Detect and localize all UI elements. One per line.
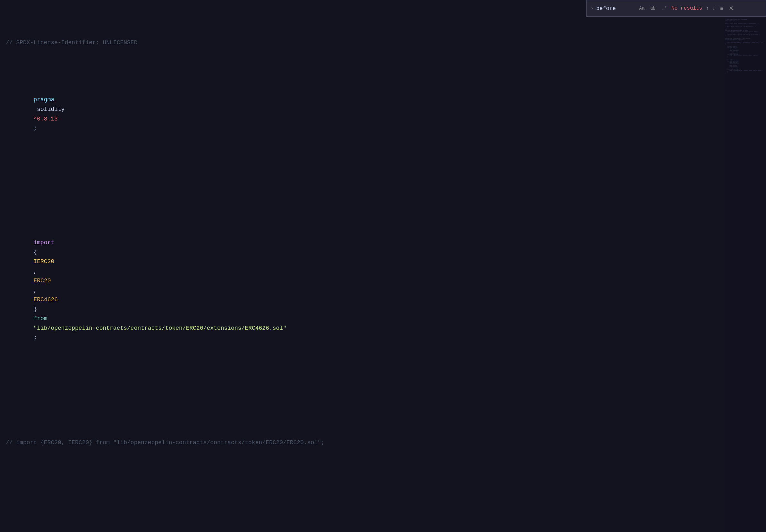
whole-word-button[interactable]: ab (648, 5, 658, 12)
search-close-button[interactable]: ✕ (728, 4, 735, 12)
search-expand-icon[interactable]: › (591, 5, 594, 11)
code-line-2: pragma solidity ^0.8.13 ; (3, 86, 766, 143)
regex-button[interactable]: .* (660, 5, 669, 12)
search-prev-button[interactable]: ↑ (705, 5, 710, 12)
search-navigation: ↑ ↓ (705, 5, 716, 12)
search-no-results: No results (671, 5, 702, 11)
search-options: Aa ab .* (637, 5, 669, 12)
search-bar: › Aa ab .* No results ↑ ↓ ≡ ✕ (587, 0, 766, 17)
editor-container: › Aa ab .* No results ↑ ↓ ≡ ✕ // SPDX-Li… (0, 0, 766, 532)
minimap[interactable]: // SPDX-License-Identifier: UNLICENSED p… (724, 17, 766, 532)
code-line-4: import { IERC20 , ERC20 , ERC4626 } from… (3, 229, 766, 352)
code-line-5 (3, 390, 766, 400)
code-line-1: // SPDX-License-Identifier: UNLICENSED (3, 38, 766, 48)
code-line-6: // import {ERC20, IERC20} from "lib/open… (3, 438, 766, 448)
minimap-content: // SPDX-License-Identifier: UNLICENSED p… (724, 17, 766, 77)
search-next-button[interactable]: ↓ (711, 5, 716, 12)
search-input[interactable] (596, 5, 635, 12)
search-menu-button[interactable]: ≡ (719, 4, 725, 12)
code-line-7 (3, 486, 766, 495)
code-editor[interactable]: // SPDX-License-Identifier: UNLICENSED p… (0, 0, 766, 532)
code-line-3 (3, 181, 766, 190)
case-sensitive-button[interactable]: Aa (637, 5, 647, 12)
